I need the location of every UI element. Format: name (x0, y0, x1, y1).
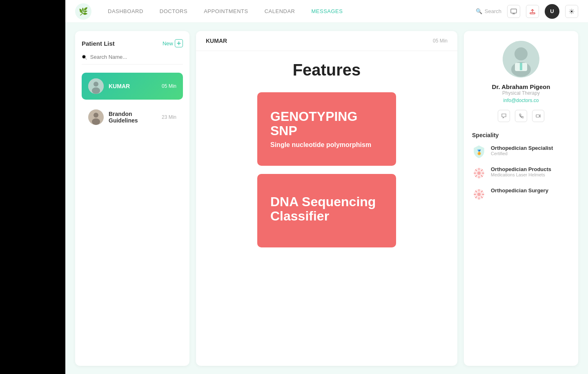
nav-dashboard[interactable]: DASHBOARD (108, 8, 143, 14)
svg-point-13 (94, 113, 98, 118)
spec-name-3: Orthopedician Surgery (491, 187, 548, 194)
specialty-info-3: Orthopedician Surgery (491, 187, 548, 194)
nav-appointments[interactable]: APPOINTMENTS (204, 8, 248, 14)
specialty-icon-1: 🏅 (472, 145, 486, 159)
search-label: Search (485, 8, 501, 14)
doctor-action-2[interactable] (515, 110, 527, 122)
doctor-action-3[interactable] (532, 110, 544, 122)
new-btn-label: New (163, 40, 173, 47)
chat-body: Features GENOTYPING SNP Single nucleotid… (196, 51, 457, 366)
specialty-icon-2 (472, 166, 486, 180)
left-sidebar (0, 0, 65, 374)
chat-patient-name: KUMAR (206, 38, 227, 44)
patient-item-kumar[interactable]: KUMAR 05 Min (82, 73, 183, 100)
svg-point-25 (477, 193, 481, 196)
search-bar[interactable]: 🔍 Search (476, 8, 501, 14)
spec-name-1: Orthopedician Specialist (491, 145, 553, 151)
svg-point-6 (571, 11, 572, 12)
svg-point-14 (92, 118, 100, 125)
svg-rect-5 (530, 13, 535, 14)
svg-point-10 (94, 82, 98, 87)
header-right: 🔍 Search U (476, 4, 578, 19)
speciality-section-title: Speciality (472, 132, 570, 138)
chat-icon (501, 114, 506, 118)
patient-list-header: Patient List New (82, 39, 183, 47)
patient-name-kumar: KUMAR (109, 83, 130, 89)
settings-icon (569, 9, 575, 14)
doctor-avatar (503, 41, 539, 78)
video-icon (536, 114, 541, 118)
surgery-icon (473, 188, 485, 200)
svg-rect-2 (511, 9, 517, 13)
spec-sub-2: Medications Laser Helmets (491, 172, 551, 177)
monitor-icon-btn[interactable] (507, 5, 520, 18)
genotyping-title: GENOTYPING SNP (270, 109, 383, 138)
doctor-avatar-image (503, 41, 539, 78)
specialty-info-1: Orthopedician Specialist Certified (491, 145, 553, 156)
products-icon (473, 167, 485, 179)
dna-title: DNA Sequencing Classifier (270, 195, 383, 223)
svg-point-23 (477, 171, 481, 175)
doctor-action-1[interactable] (498, 110, 510, 122)
logo-area[interactable]: 🌿 (75, 3, 91, 20)
monitor-icon (510, 8, 517, 15)
doctor-specialty: Physical Therapy (502, 90, 540, 96)
upload-icon (529, 8, 536, 15)
nav-messages[interactable]: MESSAGES (312, 8, 343, 14)
chat-header: KUMAR 05 Min (196, 31, 457, 51)
specialty-item-1: 🏅 Orthopedician Specialist Certified (472, 145, 570, 159)
svg-text:🌿: 🌿 (79, 7, 88, 16)
patient-time-kumar: 05 Min (162, 83, 176, 89)
doctor-email[interactable]: info@doctors.co (503, 98, 539, 103)
avatar-image-kumar (88, 78, 104, 94)
patient-search-icon (82, 54, 87, 60)
specialty-icon-3 (472, 187, 486, 201)
header: 🌿 DASHBOARD DOCTORS APPOINTMENTS CALENDA… (65, 0, 588, 23)
chat-panel: KUMAR 05 Min Features GENOTYPING SNP Sin… (196, 31, 457, 366)
spec-name-2: Orthopedician Products (491, 166, 551, 172)
patient-search-wrap[interactable] (82, 54, 183, 65)
patient-list-panel: Patient List New (75, 31, 189, 366)
speciality-section: Speciality 🏅 Orthopedician Specialist Ce… (472, 132, 570, 209)
settings-icon-btn[interactable] (565, 5, 578, 18)
doctor-name: Dr. Abraham Pigeon (492, 83, 550, 90)
patient-time-brandon: 23 Min (162, 114, 176, 120)
logo-icon: 🌿 (75, 3, 91, 20)
search-icon: 🔍 (476, 8, 482, 14)
doctor-actions (498, 110, 544, 122)
specialty-item-2: Orthopedician Products Medications Laser… (472, 166, 570, 180)
chat-header-time: 05 Min (433, 38, 448, 44)
svg-rect-20 (536, 115, 539, 117)
avatar-image-brandon (88, 109, 104, 125)
main-content: Patient List New (65, 23, 588, 374)
specialty-info-2: Orthopedician Products Medications Laser… (491, 166, 551, 177)
patient-search-input[interactable] (90, 54, 183, 60)
new-patient-btn[interactable]: New (163, 39, 183, 47)
patient-avatar-brandon (88, 109, 104, 125)
nav-doctors[interactable]: DOCTORS (160, 8, 187, 14)
svg-point-16 (514, 47, 528, 60)
patient-list-title: Patient List (82, 40, 115, 47)
nav-links: DASHBOARD DOCTORS APPOINTMENTS CALENDAR … (108, 8, 476, 14)
genotyping-subtitle: Single nucleotide polymorphism (270, 141, 371, 149)
svg-rect-19 (520, 63, 522, 70)
user-avatar[interactable]: U (545, 4, 559, 19)
nav-calendar[interactable]: CALENDAR (265, 8, 295, 14)
doctor-panel: Dr. Abraham Pigeon Physical Therapy info… (464, 31, 578, 366)
new-btn-icon (175, 39, 183, 47)
feature-card-dna: DNA Sequencing Classifier (257, 174, 396, 247)
patient-avatar-kumar (88, 78, 104, 94)
patient-item-brandon[interactable]: Brandon Guidelines 23 Min (82, 104, 183, 131)
patient-name-brandon: Brandon Guidelines (109, 111, 157, 124)
plus-icon (177, 41, 181, 45)
svg-text:🏅: 🏅 (476, 149, 482, 155)
specialty-item-3: Orthopedician Surgery (472, 187, 570, 201)
phone-icon (519, 114, 523, 118)
upload-icon-btn[interactable] (526, 5, 539, 18)
feature-card-genotyping: GENOTYPING SNP Single nucleotide polymor… (257, 92, 396, 166)
spec-sub-1: Certified (491, 151, 553, 156)
specialist-icon: 🏅 (473, 145, 485, 159)
svg-line-8 (85, 58, 87, 59)
features-title: Features (293, 61, 361, 79)
svg-point-11 (92, 87, 100, 94)
